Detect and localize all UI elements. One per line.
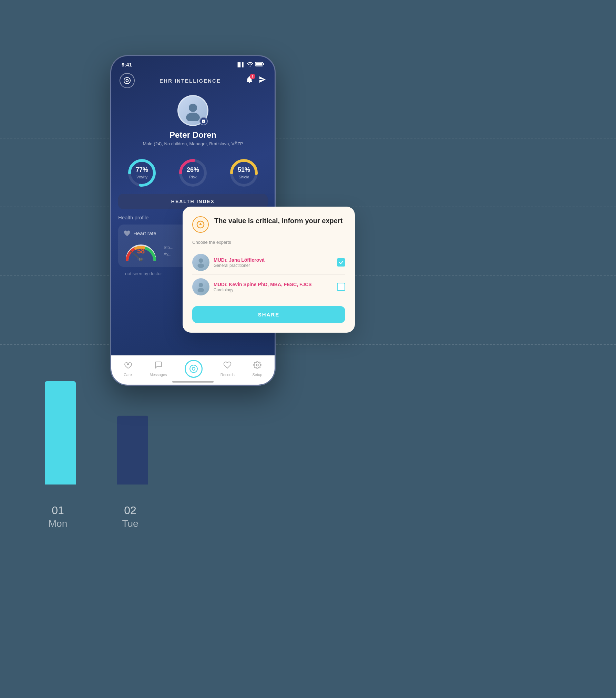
- popup-warning-icon: [192, 216, 209, 233]
- popup-card: The value is critical, inform your exper…: [183, 207, 355, 333]
- popup-title: The value is critical, inform your exper…: [214, 216, 342, 225]
- messages-label: Messages: [150, 373, 167, 377]
- popup-subtitle: Choose the experts: [192, 240, 345, 245]
- svg-point-18: [197, 263, 204, 268]
- header-icons: 2: [246, 76, 266, 85]
- vitality-circle: 77% Vitality: [126, 157, 157, 188]
- battery-icon: [255, 62, 264, 67]
- doctor-info-1: MUDr. Jana Löfflerová General practition…: [214, 257, 333, 268]
- svg-point-5: [186, 113, 200, 121]
- bpm-gauge: 58 bpm: [124, 241, 158, 261]
- status-bar: 9:41 ▐▌▌: [111, 56, 275, 70]
- signal-icon: ▐▌▌: [236, 62, 245, 67]
- nav-messages[interactable]: Messages: [150, 361, 167, 377]
- send-button[interactable]: [259, 76, 266, 85]
- doctor-checkbox-1[interactable]: [337, 258, 345, 267]
- risk-stat[interactable]: 26% Risk: [177, 157, 208, 188]
- records-icon: [223, 361, 232, 371]
- svg-point-20: [197, 288, 204, 292]
- home-indicator: [172, 381, 214, 383]
- doctor-checkbox-2[interactable]: [337, 283, 345, 291]
- profile-description: Male (24), No children, Manager, Bratisl…: [143, 141, 243, 146]
- bpm-value-display: 58 bpm: [137, 247, 145, 261]
- doctor-name-2: MUDr. Kevin Spine PhD, MBA, FESC, FJCS: [214, 281, 333, 288]
- app-header: EHR INTELLIGENCE 2: [111, 70, 275, 92]
- vitality-value: 77% Vitality: [136, 166, 148, 180]
- risk-value: 26% Risk: [187, 166, 199, 180]
- center-nav-bubble[interactable]: [185, 360, 203, 378]
- setup-icon: [253, 361, 261, 371]
- svg-point-15: [256, 364, 258, 366]
- doctor-avatar-1: [192, 254, 209, 271]
- svg-point-3: [124, 77, 130, 84]
- chart-label-1: 01 Mon: [37, 504, 79, 529]
- notification-badge: 2: [250, 74, 255, 79]
- avatar-badge: [199, 117, 208, 125]
- doctor-item-2[interactable]: MUDr. Kevin Spine PhD, MBA, FESC, FJCS C…: [192, 275, 345, 299]
- share-button[interactable]: SHARE: [192, 306, 345, 323]
- doctor-avatar-2: [192, 278, 209, 295]
- shield-stat[interactable]: 51% Shield: [228, 157, 259, 188]
- avatar-wrapper: [177, 95, 208, 126]
- nav-center[interactable]: [185, 360, 203, 378]
- phone-wrapper: 9:41 ▐▌▌: [110, 55, 276, 640]
- svg-point-19: [199, 283, 203, 287]
- stats-row: 77% Vitality 26% Risk: [111, 152, 275, 194]
- doctor-specialty-2: Cardiology: [214, 288, 333, 292]
- app-title: EHR INTELLIGENCE: [160, 78, 221, 84]
- notification-button[interactable]: 2: [246, 76, 253, 85]
- svg-rect-2: [263, 63, 264, 65]
- heart-info: Sto... Av...: [164, 244, 173, 258]
- doctor-name-1: MUDr. Jana Löfflerová: [214, 257, 333, 263]
- time-display: 9:41: [122, 62, 132, 67]
- risk-circle: 26% Risk: [177, 157, 208, 188]
- svg-point-17: [199, 258, 203, 263]
- heart-rate-label: Heart rate: [133, 230, 156, 236]
- wifi-icon: [247, 62, 253, 67]
- svg-point-14: [190, 365, 197, 373]
- chart-bar-1: [45, 381, 76, 485]
- dashed-line-4: [0, 344, 616, 345]
- nav-setup[interactable]: Setup: [252, 361, 262, 377]
- profile-section: Peter Doren Male (24), No children, Mana…: [111, 92, 275, 152]
- doctor-info-2: MUDr. Kevin Spine PhD, MBA, FESC, FJCS C…: [214, 281, 333, 292]
- nav-records[interactable]: Records: [220, 361, 235, 377]
- app-logo[interactable]: [120, 73, 135, 88]
- setup-label: Setup: [252, 373, 262, 377]
- messages-icon: [154, 361, 163, 371]
- status-icons: ▐▌▌: [236, 62, 264, 67]
- records-label: Records: [220, 373, 235, 377]
- heart-icon: 🤍: [124, 230, 131, 237]
- bottom-nav: Care Messages: [111, 355, 275, 385]
- care-label: Care: [124, 373, 132, 377]
- doctor-item-1[interactable]: MUDr. Jana Löfflerová General practition…: [192, 250, 345, 275]
- profile-name: Peter Doren: [170, 130, 216, 140]
- care-icon: [124, 361, 132, 371]
- svg-rect-1: [256, 63, 262, 66]
- nav-care[interactable]: Care: [124, 361, 132, 377]
- background-chart: 01 Mon 02 Tue: [0, 0, 616, 698]
- doctor-specialty-1: General practitioner: [214, 263, 333, 268]
- shield-circle: 51% Shield: [228, 157, 259, 188]
- popup-header: The value is critical, inform your exper…: [192, 216, 345, 233]
- vitality-stat[interactable]: 77% Vitality: [126, 157, 157, 188]
- shield-value: 51% Shield: [238, 166, 250, 180]
- svg-point-4: [189, 104, 197, 112]
- dashed-line-1: [0, 138, 616, 138]
